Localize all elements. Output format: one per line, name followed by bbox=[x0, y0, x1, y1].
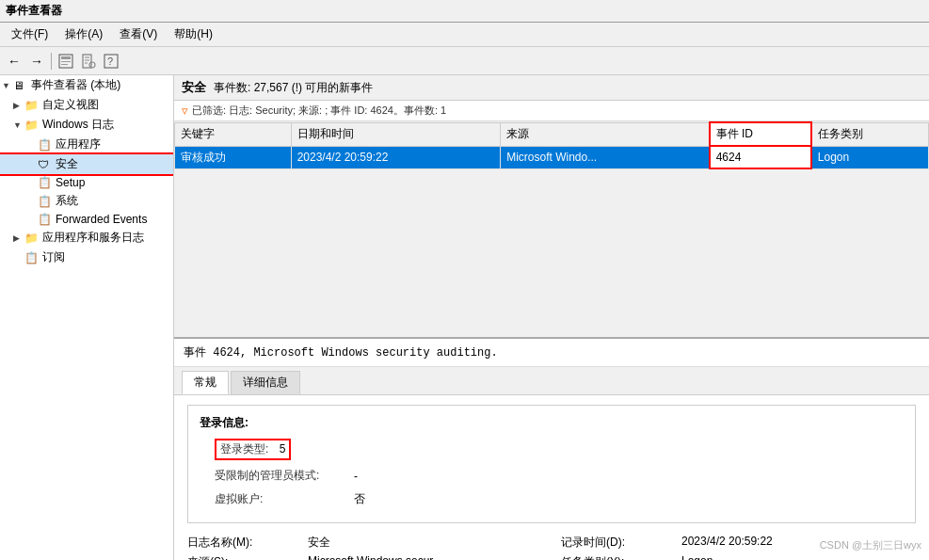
svg-point-8 bbox=[89, 62, 95, 68]
main-layout: ▼ 🖥 事件查看器 (本地) ▶ 📁 自定义视图 ▼ 📁 Windows 日志 … bbox=[0, 75, 929, 560]
task-key: 任务类别(Y): bbox=[561, 554, 674, 560]
cell-keyword: 审核成功 bbox=[175, 146, 292, 168]
login-type-value: 5 bbox=[280, 442, 286, 456]
login-info-section: 登录信息: 登录类型: 5 受限制的管理员模式: - bbox=[187, 405, 916, 523]
table-row[interactable]: 审核成功 2023/4/2 20:59:22 Microsoft Windo..… bbox=[175, 146, 929, 168]
col-datetime[interactable]: 日期和时间 bbox=[291, 122, 501, 146]
title-bar: 事件查看器 bbox=[0, 0, 929, 23]
col-source[interactable]: 来源 bbox=[501, 122, 710, 146]
filter-icon: ▿ bbox=[182, 104, 188, 118]
log-name-key: 日志名称(M): bbox=[187, 535, 300, 551]
setup-icon: 📋 bbox=[38, 176, 53, 189]
toolbar: ← → ? bbox=[0, 47, 929, 75]
windows-logs-label: Windows 日志 bbox=[42, 117, 114, 133]
sidebar-item-app-services[interactable]: ▶ 📁 应用程序和服务日志 bbox=[0, 228, 173, 248]
panel-header: 安全 事件数: 27,567 (!) 可用的新事件 bbox=[174, 75, 929, 101]
sidebar: ▼ 🖥 事件查看器 (本地) ▶ 📁 自定义视图 ▼ 📁 Windows 日志 … bbox=[0, 75, 174, 560]
menu-view[interactable]: 查看(V) bbox=[112, 24, 165, 44]
app-services-label: 应用程序和服务日志 bbox=[42, 230, 144, 246]
sidebar-item-root[interactable]: ▼ 🖥 事件查看器 (本地) bbox=[0, 75, 173, 95]
menu-help[interactable]: 帮助(H) bbox=[167, 24, 220, 44]
forwarded-icon: 📋 bbox=[38, 213, 53, 226]
help-button[interactable]: ? bbox=[101, 51, 121, 72]
custom-views-arrow: ▶ bbox=[13, 101, 24, 110]
right-panel: 安全 事件数: 27,567 (!) 可用的新事件 ▿ 已筛选: 日志: Sec… bbox=[174, 75, 929, 560]
cell-event-id: 4624 bbox=[710, 146, 811, 168]
back-button[interactable]: ← bbox=[4, 51, 24, 72]
sidebar-item-subscriptions[interactable]: 📋 订阅 bbox=[0, 248, 173, 267]
subscriptions-icon: 📋 bbox=[24, 251, 40, 264]
source-value: Microsoft Windows secur bbox=[308, 554, 433, 560]
info-grid: 日志名称(M): 安全 来源(S): Microsoft Windows sec… bbox=[187, 533, 916, 560]
security-icon: 🛡 bbox=[38, 158, 53, 171]
toolbar-separator-1 bbox=[51, 53, 52, 70]
svg-text:?: ? bbox=[107, 56, 113, 67]
scope-button[interactable] bbox=[56, 51, 76, 72]
forward-button[interactable]: → bbox=[26, 51, 47, 72]
menu-action[interactable]: 操作(A) bbox=[57, 24, 110, 44]
menu-file[interactable]: 文件(F) bbox=[4, 24, 56, 44]
system-arrow bbox=[26, 197, 38, 206]
windows-logs-arrow: ▼ bbox=[13, 120, 24, 130]
event-desc: 事件 4624, Microsoft Windows security audi… bbox=[174, 339, 929, 367]
col-event-id[interactable]: 事件 ID bbox=[710, 122, 811, 146]
login-section-label: 登录信息: bbox=[200, 415, 904, 431]
svg-rect-2 bbox=[61, 61, 71, 62]
cell-datetime: 2023/4/2 20:59:22 bbox=[291, 146, 501, 168]
system-label: 系统 bbox=[56, 193, 78, 209]
svg-rect-3 bbox=[61, 64, 68, 65]
login-type-highlight: 登录类型: 5 bbox=[215, 439, 291, 460]
filter-text: 已筛选: 日志: Security; 来源: ; 事件 ID: 4624。事件数… bbox=[192, 104, 446, 118]
properties-button[interactable] bbox=[78, 51, 99, 72]
tab-general[interactable]: 常规 bbox=[182, 371, 229, 394]
event-table: 关键字 日期和时间 来源 事件 ID 任务类别 审核成功 2023/4/2 20… bbox=[174, 121, 929, 337]
app-icon: 📋 bbox=[38, 138, 53, 152]
sidebar-item-forwarded[interactable]: 📋 Forwarded Events bbox=[0, 211, 173, 228]
restricted-row: 受限制的管理员模式: - bbox=[215, 466, 904, 486]
forwarded-label: Forwarded Events bbox=[56, 213, 147, 226]
restricted-key: 受限制的管理员模式: bbox=[215, 468, 346, 484]
panel-count: 事件数: 27,567 (!) 可用的新事件 bbox=[214, 80, 373, 96]
setup-label: Setup bbox=[56, 176, 85, 189]
source-key: 来源(S): bbox=[187, 554, 300, 560]
sidebar-item-application[interactable]: 📋 应用程序 bbox=[0, 135, 173, 154]
app-services-arrow: ▶ bbox=[13, 233, 24, 243]
sidebar-item-system[interactable]: 📋 系统 bbox=[0, 191, 173, 211]
custom-views-icon: 📁 bbox=[24, 99, 40, 112]
virtual-row: 虚拟账户: 否 bbox=[215, 489, 904, 509]
watermark: CSDN @土别三日wyx bbox=[820, 538, 921, 552]
root-icon: 🖥 bbox=[13, 79, 28, 92]
bottom-section: 事件 4624, Microsoft Windows security audi… bbox=[174, 339, 929, 560]
tab-detail[interactable]: 详细信息 bbox=[231, 371, 300, 394]
col-keyword[interactable]: 关键字 bbox=[175, 122, 292, 146]
title-text: 事件查看器 bbox=[6, 4, 62, 17]
detail-content: 登录信息: 登录类型: 5 受限制的管理员模式: - bbox=[174, 395, 929, 560]
source-row: 来源(S): Microsoft Windows secur bbox=[187, 552, 542, 560]
sidebar-item-windows-logs[interactable]: ▼ 📁 Windows 日志 bbox=[0, 115, 173, 135]
task-value: Logon bbox=[681, 554, 713, 560]
svg-rect-1 bbox=[61, 56, 71, 59]
table-header-row: 关键字 日期和时间 来源 事件 ID 任务类别 bbox=[175, 122, 929, 146]
sidebar-item-custom-views[interactable]: ▶ 📁 自定义视图 bbox=[0, 95, 173, 115]
log-name-value: 安全 bbox=[308, 535, 330, 551]
setup-arrow bbox=[26, 178, 38, 187]
root-arrow: ▼ bbox=[2, 81, 13, 90]
subscriptions-arrow bbox=[13, 253, 24, 263]
col-task[interactable]: 任务类别 bbox=[811, 122, 929, 146]
sidebar-item-setup[interactable]: 📋 Setup bbox=[0, 174, 173, 191]
app-arrow bbox=[26, 140, 38, 150]
tabs: 常规 详细信息 bbox=[174, 367, 929, 395]
task-row: 任务类别(Y): Logon bbox=[561, 552, 916, 560]
cell-source: Microsoft Windo... bbox=[501, 146, 710, 168]
info-col-left: 日志名称(M): 安全 来源(S): Microsoft Windows sec… bbox=[187, 533, 542, 560]
restricted-value: - bbox=[354, 470, 358, 483]
panel-title: 安全 bbox=[182, 79, 206, 96]
sidebar-item-security[interactable]: 🛡 安全 bbox=[0, 154, 173, 174]
system-icon: 📋 bbox=[38, 195, 53, 208]
custom-views-label: 自定义视图 bbox=[42, 97, 99, 113]
log-name-row: 日志名称(M): 安全 bbox=[187, 533, 542, 552]
cell-task: Logon bbox=[811, 146, 929, 168]
subscriptions-label: 订阅 bbox=[42, 249, 65, 265]
record-time-key: 记录时间(D): bbox=[561, 535, 674, 551]
top-section: 安全 事件数: 27,567 (!) 可用的新事件 ▿ 已筛选: 日志: Sec… bbox=[174, 75, 929, 339]
